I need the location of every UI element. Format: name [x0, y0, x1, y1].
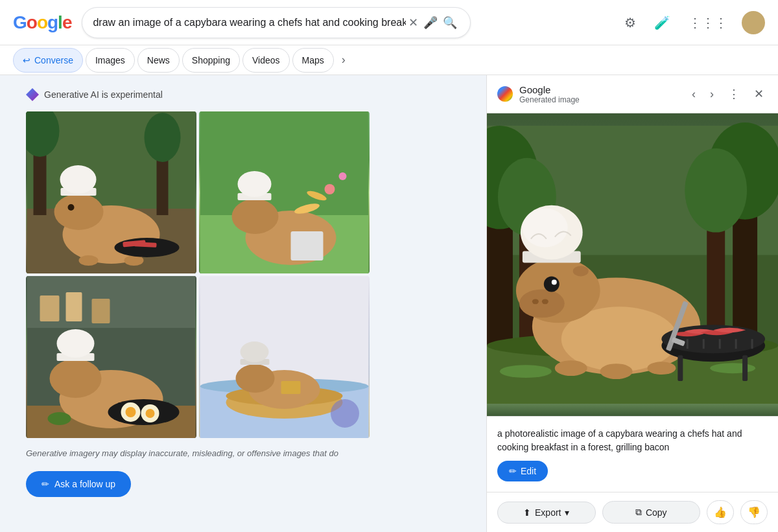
ai-diamond-icon [26, 88, 39, 101]
panel-capybara-svg [487, 113, 778, 416]
svg-point-43 [48, 412, 71, 425]
search-bar[interactable]: ✕ 🎤 🔍 [82, 7, 471, 38]
hover-circle [331, 399, 359, 428]
svg-point-79 [573, 266, 589, 276]
generated-image-1[interactable] [26, 111, 196, 273]
export-label: Export [535, 507, 561, 518]
clear-button[interactable]: ✕ [406, 13, 421, 32]
tab-converse-label: Converse [34, 55, 73, 65]
svg-point-23 [238, 171, 272, 197]
panel-footer: ⬆ Export ▾ ⧉ Copy 👍 👎 [487, 492, 778, 532]
svg-point-74 [519, 289, 565, 318]
generative-label: Generative AI is experimental [44, 89, 163, 100]
tab-images[interactable]: Images [86, 48, 135, 73]
tab-converse[interactable]: ↩ Converse [13, 48, 83, 73]
svg-point-67 [710, 363, 755, 373]
tab-maps[interactable]: Maps [292, 48, 334, 73]
svg-point-78 [552, 279, 557, 284]
svg-rect-30 [66, 292, 82, 321]
panel-prev-button[interactable]: ‹ [688, 84, 700, 105]
svg-point-8 [68, 204, 75, 211]
copy-label: Copy [646, 507, 667, 518]
generated-image-3[interactable] [26, 276, 196, 438]
panel-header: Google Generated image ‹ › ⋮ ✕ [487, 75, 778, 113]
converse-icon: ↩ [23, 55, 30, 65]
google-panel-icon [497, 86, 513, 102]
svg-rect-94 [742, 355, 748, 381]
svg-rect-24 [291, 231, 324, 260]
right-panel: Google Generated image ‹ › ⋮ ✕ [486, 75, 778, 532]
tab-shopping-label: Shopping [192, 55, 230, 65]
search-input[interactable] [93, 17, 406, 29]
svg-point-72 [647, 362, 676, 375]
tab-videos[interactable]: Videos [242, 48, 290, 73]
header: Google ✕ 🎤 🔍 ⚙ 🧪 ⋮⋮⋮ [0, 0, 778, 45]
svg-point-50 [236, 364, 275, 393]
svg-point-18 [325, 184, 335, 194]
svg-point-52 [241, 341, 269, 362]
svg-point-42 [146, 409, 155, 418]
svg-point-82 [523, 209, 568, 248]
svg-point-21 [232, 199, 279, 234]
export-chevron-icon: ▾ [565, 507, 569, 518]
export-button[interactable]: ⬆ Export ▾ [497, 502, 596, 524]
svg-point-40 [126, 407, 136, 417]
svg-rect-53 [281, 381, 301, 394]
nav-tabs: ↩ Converse Images News Shopping Videos M… [0, 45, 778, 75]
generated-image-2[interactable] [199, 111, 370, 273]
apps-button[interactable]: ⋮⋮⋮ [685, 11, 731, 34]
svg-point-63 [685, 148, 747, 233]
svg-rect-29 [40, 295, 60, 321]
google-logo: Google [13, 12, 71, 33]
more-tabs-button[interactable]: › [336, 48, 351, 72]
panel-more-button[interactable]: ⋮ [724, 83, 744, 105]
svg-point-10 [60, 165, 97, 194]
tab-maps-label: Maps [302, 55, 324, 65]
copy-icon: ⧉ [635, 507, 642, 518]
ask-followup-label: Ask a follow up [54, 479, 115, 489]
svg-point-36 [57, 329, 95, 358]
pencil-icon: ✏ [41, 479, 49, 489]
export-icon: ⬆ [523, 507, 531, 518]
image-grid [26, 111, 370, 438]
svg-point-66 [500, 365, 552, 378]
copy-button[interactable]: ⧉ Copy [602, 501, 701, 524]
thumbs-down-button[interactable]: 👎 [740, 500, 768, 524]
search-button[interactable]: 🔍 [440, 13, 460, 32]
edit-button[interactable]: ✏ Edit [497, 461, 548, 481]
panel-title-block: Google Generated image [519, 84, 681, 104]
mic-button[interactable]: 🎤 [421, 13, 440, 32]
tab-videos-label: Videos [252, 55, 280, 65]
panel-subtitle: Generated image [519, 95, 681, 104]
svg-point-34 [50, 359, 102, 398]
capybara-svg-1 [26, 111, 196, 273]
disclaimer-text: Generative imagery may display inaccurat… [26, 448, 370, 458]
svg-point-19 [339, 172, 347, 180]
svg-point-75 [532, 299, 539, 304]
svg-point-7 [54, 194, 104, 230]
labs-button[interactable]: 🧪 [650, 11, 674, 34]
generative-badge: Generative AI is experimental [26, 88, 460, 101]
capybara-svg-3 [26, 276, 196, 438]
edit-label: Edit [521, 466, 536, 476]
panel-close-button[interactable]: ✕ [750, 83, 768, 105]
tab-shopping[interactable]: Shopping [182, 48, 240, 73]
ask-followup-button[interactable]: ✏ Ask a follow up [26, 471, 131, 497]
header-icons: ⚙ 🧪 ⋮⋮⋮ [620, 11, 765, 34]
description-text: a photorealistic image of a capybara wea… [497, 427, 768, 454]
panel-title: Google [519, 84, 681, 95]
svg-point-11 [79, 255, 99, 266]
avatar[interactable] [742, 11, 765, 34]
tab-news[interactable]: News [137, 48, 180, 73]
panel-main-image[interactable] [487, 113, 778, 416]
generated-image-4[interactable] [199, 276, 370, 438]
svg-rect-93 [678, 355, 683, 381]
svg-point-77 [544, 276, 560, 292]
thumbs-up-button[interactable]: 👍 [707, 500, 734, 524]
svg-rect-31 [92, 299, 110, 323]
main-content: Generative AI is experimental [0, 75, 778, 532]
panel-next-button[interactable]: › [706, 84, 718, 105]
settings-button[interactable]: ⚙ [620, 11, 640, 34]
left-panel: Generative AI is experimental [0, 75, 486, 532]
capybara-svg-2 [199, 111, 370, 273]
